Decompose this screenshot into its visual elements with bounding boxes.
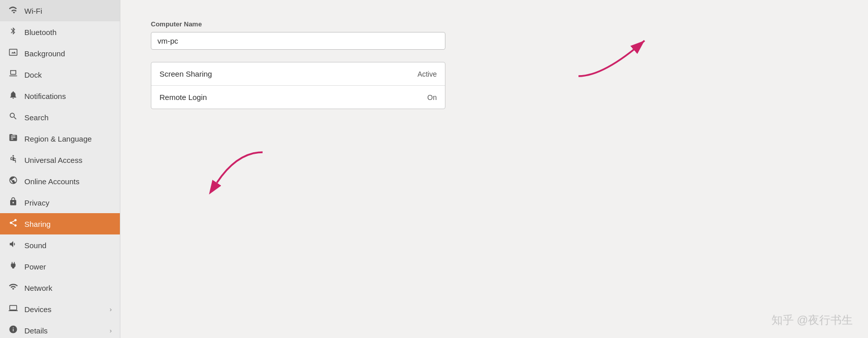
wifi-icon <box>8 5 18 16</box>
sound-icon <box>8 240 18 251</box>
sidebar-item-devices-label: Devices <box>24 305 51 314</box>
online-accounts-icon <box>8 176 18 187</box>
universal-access-icon <box>8 154 18 165</box>
sidebar-item-sharing[interactable]: Sharing <box>0 213 120 234</box>
remote-login-status: On <box>427 93 437 102</box>
sidebar-item-network[interactable]: Network <box>0 277 120 298</box>
sidebar-item-region[interactable]: Region & Language <box>0 128 120 149</box>
sidebar-item-privacy-label: Privacy <box>24 198 49 207</box>
sidebar-item-notifications[interactable]: Notifications <box>0 85 120 107</box>
network-icon <box>8 282 18 293</box>
screen-sharing-label: Screen Sharing <box>159 70 212 78</box>
sidebar-item-online-accounts-label: Online Accounts <box>24 177 79 186</box>
sidebar-item-wifi[interactable]: Wi-Fi <box>0 0 120 21</box>
sidebar-item-bluetooth-label: Bluetooth <box>24 28 56 37</box>
sharing-icon <box>8 218 18 229</box>
sidebar-item-dock-label: Dock <box>24 71 42 79</box>
sidebar: Wi-Fi Bluetooth Background Dock Notifica… <box>0 0 120 338</box>
computer-name-section: Computer Name <box>151 20 838 62</box>
sidebar-item-privacy[interactable]: Privacy <box>0 192 120 213</box>
bluetooth-icon <box>8 26 18 38</box>
notifications-icon <box>8 90 18 102</box>
computer-name-label: Computer Name <box>151 20 838 28</box>
sidebar-item-background[interactable]: Background <box>0 43 120 64</box>
background-icon <box>8 48 18 59</box>
search-icon <box>8 112 18 123</box>
region-icon <box>8 133 18 144</box>
power-icon <box>8 261 18 272</box>
main-content: Computer Name Screen Sharing Active Remo… <box>120 0 868 338</box>
sidebar-item-devices[interactable]: Devices › <box>0 298 120 320</box>
sidebar-item-wifi-label: Wi-Fi <box>24 7 42 15</box>
details-icon <box>8 325 18 336</box>
sidebar-item-universal-access[interactable]: Universal Access <box>0 149 120 171</box>
sharing-table: Screen Sharing Active Remote Login On <box>151 62 445 109</box>
sidebar-item-power[interactable]: Power <box>0 256 120 277</box>
devices-chevron-icon: › <box>110 306 112 313</box>
sidebar-item-online-accounts[interactable]: Online Accounts <box>0 171 120 192</box>
screen-sharing-row[interactable]: Screen Sharing Active <box>151 62 445 86</box>
remote-login-label: Remote Login <box>159 93 207 102</box>
sidebar-item-dock[interactable]: Dock <box>0 64 120 85</box>
privacy-icon <box>8 197 18 208</box>
sidebar-item-details[interactable]: Details › <box>0 320 120 338</box>
watermark: 知乎 @夜行书生 <box>771 313 853 328</box>
svg-point-0 <box>13 155 14 157</box>
details-chevron-icon: › <box>110 327 112 334</box>
sidebar-item-search-label: Search <box>24 113 49 122</box>
sidebar-item-notifications-label: Notifications <box>24 92 66 100</box>
sidebar-item-sharing-label: Sharing <box>24 220 51 228</box>
arrow-left <box>207 147 268 200</box>
devices-icon <box>8 303 18 315</box>
sidebar-item-details-label: Details <box>24 326 48 335</box>
sidebar-item-bluetooth[interactable]: Bluetooth <box>0 21 120 43</box>
sidebar-item-sound-label: Sound <box>24 241 46 250</box>
sidebar-item-sound[interactable]: Sound <box>0 234 120 256</box>
sidebar-item-network-label: Network <box>24 284 52 292</box>
remote-login-row[interactable]: Remote Login On <box>151 86 445 109</box>
screen-sharing-status: Active <box>417 70 437 78</box>
dock-icon <box>8 69 18 80</box>
sidebar-item-background-label: Background <box>24 49 65 58</box>
sidebar-item-power-label: Power <box>24 262 46 271</box>
computer-name-input[interactable] <box>151 32 445 50</box>
sidebar-item-region-label: Region & Language <box>24 134 92 143</box>
sidebar-item-universal-access-label: Universal Access <box>24 156 82 164</box>
sidebar-item-search[interactable]: Search <box>0 107 120 128</box>
